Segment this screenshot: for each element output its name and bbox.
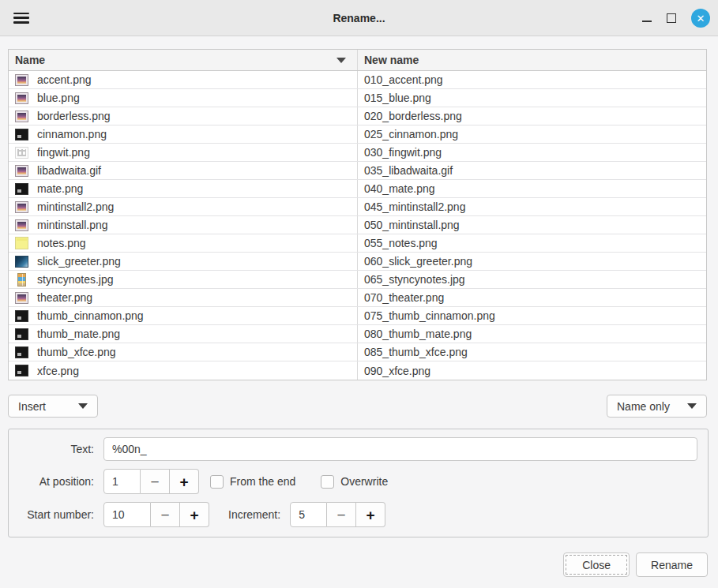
scope-dropdown[interactable]: Name only bbox=[607, 395, 707, 418]
rename-preview-table: Name New name accent.png 010_accent.png … bbox=[8, 49, 707, 380]
file-new-name: 040_mate.png bbox=[364, 182, 435, 195]
file-name: cinnamon.png bbox=[37, 128, 107, 140]
at-position-spinner: − + bbox=[103, 469, 199, 494]
overwrite-checkbox[interactable]: Overwrite bbox=[321, 475, 388, 489]
file-new-name: 050_mintinstall.png bbox=[364, 219, 460, 231]
sort-descending-icon bbox=[336, 58, 346, 63]
at-position-label: At position: bbox=[18, 475, 94, 488]
table-row[interactable]: notes.png 055_notes.png bbox=[9, 234, 706, 253]
start-number-spinner: − + bbox=[103, 502, 209, 527]
menu-icon[interactable] bbox=[13, 13, 29, 24]
chevron-down-icon bbox=[78, 403, 88, 409]
table-row[interactable]: mintinstall.png 050_mintinstall.png bbox=[9, 216, 706, 234]
file-new-name: 085_thumb_xfce.png bbox=[364, 346, 468, 358]
file-new-name: 080_thumb_mate.png bbox=[364, 328, 472, 340]
file-thumbnail-icon bbox=[15, 147, 28, 159]
maximize-icon[interactable] bbox=[667, 13, 676, 23]
table-row[interactable]: libadwaita.gif 035_libadwaita.gif bbox=[9, 162, 706, 180]
file-name: borderless.png bbox=[37, 110, 111, 122]
file-name: theater.png bbox=[37, 291, 92, 304]
column-header-name[interactable]: Name bbox=[9, 50, 358, 70]
minus-icon[interactable]: − bbox=[141, 469, 170, 494]
table-row[interactable]: fingwit.png 030_fingwit.png bbox=[9, 144, 706, 162]
checkbox-icon bbox=[321, 475, 334, 489]
table-row[interactable]: mintinstall2.png 045_mintinstall2.png bbox=[9, 198, 706, 216]
rename-button[interactable]: Rename bbox=[636, 552, 708, 577]
table-row[interactable]: blue.png 015_blue.png bbox=[9, 89, 706, 107]
file-new-name: 030_fingwit.png bbox=[364, 146, 442, 159]
at-position-input[interactable] bbox=[103, 469, 141, 494]
insert-mode-dropdown[interactable]: Insert bbox=[8, 395, 98, 418]
close-icon[interactable]: ✕ bbox=[691, 9, 710, 28]
text-input[interactable] bbox=[103, 437, 697, 461]
file-thumbnail-icon bbox=[15, 183, 28, 195]
table-body: accent.png 010_accent.png blue.png 015_b… bbox=[9, 71, 706, 380]
close-button[interactable]: Close bbox=[563, 552, 630, 577]
file-name: slick_greeter.png bbox=[37, 255, 121, 268]
file-thumbnail-icon bbox=[15, 110, 28, 122]
window-title: Rename... bbox=[0, 12, 718, 24]
file-new-name: 015_blue.png bbox=[364, 92, 431, 104]
file-new-name: 025_cinnamon.png bbox=[364, 128, 458, 140]
column-header-new-name[interactable]: New name bbox=[358, 50, 706, 70]
file-new-name: 010_accent.png bbox=[364, 73, 443, 86]
table-row[interactable]: accent.png 010_accent.png bbox=[9, 71, 706, 89]
file-new-name: 045_mintinstall2.png bbox=[364, 200, 465, 213]
file-name: fingwit.png bbox=[37, 146, 90, 159]
table-row[interactable]: cinnamon.png 025_cinnamon.png bbox=[9, 125, 706, 144]
file-name: blue.png bbox=[37, 92, 80, 104]
file-thumbnail-icon bbox=[15, 237, 28, 249]
file-thumbnail-icon bbox=[15, 292, 28, 304]
file-thumbnail-icon bbox=[15, 74, 28, 86]
file-name: mintinstall.png bbox=[37, 219, 108, 231]
file-thumbnail-icon bbox=[15, 256, 28, 268]
from-the-end-checkbox[interactable]: From the end bbox=[210, 475, 295, 489]
table-row[interactable]: mate.png 040_mate.png bbox=[9, 180, 706, 198]
plus-icon[interactable]: + bbox=[180, 502, 209, 527]
file-thumbnail-icon bbox=[15, 165, 28, 177]
file-thumbnail-icon bbox=[15, 92, 28, 104]
file-name: thumb_mate.png bbox=[37, 328, 120, 340]
table-row[interactable]: thumb_cinnamon.png 075_thumb_cinnamon.pn… bbox=[9, 307, 706, 325]
increment-spinner: − + bbox=[290, 502, 385, 527]
table-row[interactable]: xfce.png 090_xfce.png bbox=[9, 361, 706, 380]
file-new-name: 070_theater.png bbox=[364, 291, 444, 304]
file-name: mintinstall2.png bbox=[37, 200, 114, 213]
scope-label: Name only bbox=[617, 400, 670, 413]
titlebar: Rename... ✕ bbox=[0, 0, 718, 36]
overwrite-label: Overwrite bbox=[340, 475, 388, 488]
minus-icon[interactable]: − bbox=[151, 502, 180, 527]
plus-icon[interactable]: + bbox=[356, 502, 385, 527]
table-row[interactable]: borderless.png 020_borderless.png bbox=[9, 107, 706, 125]
increment-input[interactable] bbox=[290, 502, 327, 527]
table-row[interactable]: thumb_mate.png 080_thumb_mate.png bbox=[9, 325, 706, 343]
file-new-name: 065_styncynotes.jpg bbox=[364, 273, 465, 286]
table-row[interactable]: thumb_xfce.png 085_thumb_xfce.png bbox=[9, 343, 706, 361]
file-thumbnail-icon bbox=[15, 219, 28, 231]
file-new-name: 090_xfce.png bbox=[364, 365, 430, 377]
insert-mode-label: Insert bbox=[18, 400, 46, 413]
file-name: thumb_cinnamon.png bbox=[37, 309, 144, 322]
from-the-end-label: From the end bbox=[230, 475, 295, 488]
column-header-name-label: Name bbox=[15, 54, 45, 66]
plus-icon[interactable]: + bbox=[170, 469, 199, 494]
file-name: thumb_xfce.png bbox=[37, 346, 116, 358]
file-new-name: 055_notes.png bbox=[364, 237, 438, 249]
text-label: Text: bbox=[18, 443, 94, 455]
file-name: notes.png bbox=[37, 237, 86, 249]
file-new-name: 020_borderless.png bbox=[364, 110, 462, 122]
file-new-name: 060_slick_greeter.png bbox=[364, 255, 472, 268]
file-new-name: 075_thumb_cinnamon.png bbox=[364, 309, 495, 322]
table-row[interactable]: slick_greeter.png 060_slick_greeter.png bbox=[9, 253, 706, 271]
minimize-icon[interactable] bbox=[642, 21, 652, 22]
insert-options-panel: Text: At position: − + From the end Over… bbox=[8, 429, 709, 537]
file-name: xfce.png bbox=[37, 365, 79, 377]
table-row[interactable]: styncynotes.jpg 065_styncynotes.jpg bbox=[9, 271, 706, 289]
file-thumbnail-icon bbox=[15, 365, 28, 376]
file-new-name: 035_libadwaita.gif bbox=[364, 164, 453, 177]
column-header-new-name-label: New name bbox=[364, 54, 419, 66]
start-number-input[interactable] bbox=[103, 502, 151, 527]
table-row[interactable]: theater.png 070_theater.png bbox=[9, 289, 706, 307]
minus-icon[interactable]: − bbox=[327, 502, 356, 527]
checkbox-icon bbox=[210, 475, 224, 489]
